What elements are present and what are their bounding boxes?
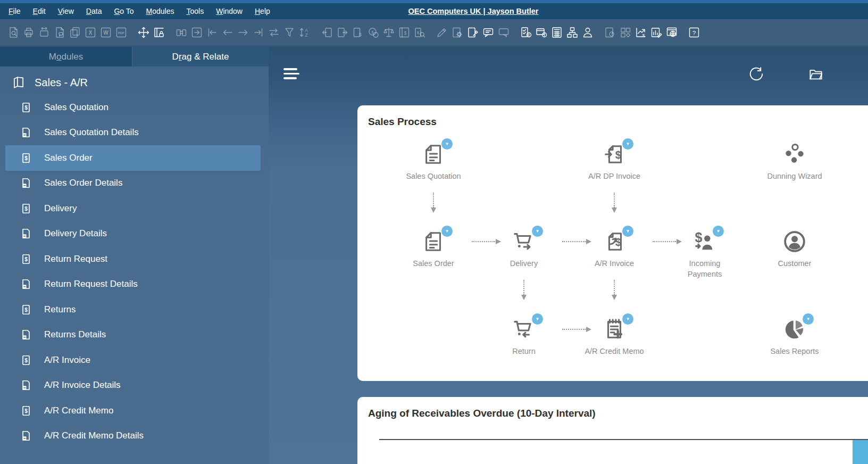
- export-excel-icon[interactable]: X: [82, 24, 98, 41]
- export-pdf-icon[interactable]: PDF: [113, 24, 129, 41]
- my-profile-icon[interactable]: [580, 24, 595, 41]
- alerts-icon[interactable]: [518, 24, 533, 41]
- help-icon[interactable]: ?: [686, 24, 702, 41]
- dollar-doc-icon: $: [20, 405, 32, 417]
- menu-file[interactable]: File: [9, 7, 21, 15]
- copy-icon[interactable]: [67, 24, 82, 41]
- messages-icon[interactable]: [480, 24, 496, 41]
- tab-modules[interactable]: Modules: [0, 47, 132, 67]
- sort-icon[interactable]: AZ: [297, 24, 312, 41]
- first-record-icon[interactable]: [204, 24, 220, 41]
- dashboard-icon[interactable]: [602, 24, 617, 41]
- sidebar-item-a-r-invoice[interactable]: $A/R Invoice: [5, 347, 261, 373]
- menu-data[interactable]: Data: [86, 7, 102, 15]
- node-dropdown-badge[interactable]: ▼: [532, 226, 543, 237]
- sidebar-item-return-request-details[interactable]: Return Request Details: [5, 272, 261, 297]
- export-word-icon[interactable]: W: [98, 24, 113, 41]
- svg-text:$: $: [615, 149, 621, 161]
- base-document-icon[interactable]: [319, 24, 335, 41]
- organization-chart-icon[interactable]: [564, 24, 580, 41]
- node-dropdown-badge[interactable]: ▼: [441, 226, 453, 237]
- node-dropdown-badge[interactable]: ▼: [532, 313, 543, 325]
- menu-tools[interactable]: Tools: [186, 7, 204, 15]
- menu-view[interactable]: View: [58, 7, 74, 15]
- last-record-icon[interactable]: [251, 24, 266, 41]
- flow-node-incoming-payments[interactable]: $▼Incoming Payments: [667, 229, 742, 279]
- document-settings-icon[interactable]: [465, 24, 480, 41]
- sidebar-item-a-r-credit-memo-details[interactable]: A/R Credit Memo Details: [5, 424, 261, 449]
- reply-icon[interactable]: [496, 24, 511, 41]
- volume-weight-icon[interactable]: $: [396, 24, 412, 41]
- flow-node-sales-order[interactable]: ▼Sales Order: [396, 229, 471, 269]
- sidebar-item-a-r-credit-memo[interactable]: $A/R Credit Memo: [5, 398, 261, 424]
- node-dropdown-badge[interactable]: ▼: [622, 226, 633, 237]
- flow-node-dunning-wizard[interactable]: Dunning Wizard: [757, 142, 832, 182]
- find-document-icon[interactable]: [5, 24, 21, 41]
- menu-help[interactable]: Help: [255, 7, 270, 15]
- print-icon[interactable]: [21, 24, 36, 41]
- details-doc-icon: [20, 329, 32, 341]
- sidebar-item-sales-quotation-details[interactable]: Sales Quotation Details: [5, 120, 261, 146]
- node-dropdown-badge[interactable]: ▼: [622, 138, 633, 150]
- approval-status-icon[interactable]: [533, 24, 549, 41]
- dollar-doc-icon: $: [20, 253, 32, 265]
- flow-node-sales-reports[interactable]: ▼Sales Reports: [757, 317, 832, 357]
- card-title: Aging of Receivables Overdue (10-Day Int…: [357, 397, 868, 419]
- lock-screen-icon[interactable]: [151, 24, 166, 41]
- exchange-rate-icon[interactable]: $: [633, 24, 648, 41]
- flow-node-a-r-invoice[interactable]: $▼A/R Invoice: [577, 229, 652, 269]
- target-document-icon[interactable]: [335, 24, 350, 41]
- tab-label-part: M: [49, 52, 56, 62]
- menu-edit[interactable]: Edit: [33, 7, 46, 15]
- document-printing-icon[interactable]: [52, 24, 67, 41]
- menu-icon[interactable]: [283, 68, 301, 82]
- payment-means-icon[interactable]: $: [350, 24, 365, 41]
- filter-icon[interactable]: [281, 24, 297, 41]
- gross-profit-icon[interactable]: [381, 24, 396, 41]
- sidebar-item-a-r-invoice-details[interactable]: A/R Invoice Details: [5, 373, 261, 399]
- open-folder-icon[interactable]: [808, 66, 825, 83]
- menu-go-to[interactable]: Go To: [114, 7, 133, 15]
- tab-drag-and-relate[interactable]: Drag & Relate: [132, 47, 269, 67]
- move-icon[interactable]: [136, 24, 151, 41]
- flow-node-sales-quotation[interactable]: ▼Sales Quotation: [396, 142, 471, 182]
- payment-wizard-icon[interactable]: $: [365, 24, 381, 41]
- flow-node-a-r-credit-memo[interactable]: ▼A/R Credit Memo: [577, 317, 652, 357]
- next-record-icon[interactable]: [235, 24, 251, 41]
- refresh-record-icon[interactable]: [266, 24, 281, 41]
- flow-node-customer[interactable]: Customer: [757, 229, 832, 269]
- print-preview-icon[interactable]: [36, 24, 52, 41]
- flow-node-label: A/R Credit Memo: [582, 346, 646, 357]
- widgets-icon[interactable]: [617, 24, 633, 41]
- node-dropdown-badge[interactable]: ▼: [622, 313, 633, 325]
- sidebar-item-return-request[interactable]: $Return Request: [5, 246, 261, 272]
- sidebar-item-returns[interactable]: $Returns: [5, 297, 261, 322]
- calculator-icon[interactable]: [549, 24, 564, 41]
- sidebar-item-sales-quotation[interactable]: $Sales Quotation: [5, 95, 261, 120]
- dollar-doc-icon: $: [20, 304, 32, 316]
- sidebar-item-delivery[interactable]: $Delivery: [5, 196, 261, 221]
- previous-record-icon[interactable]: [220, 24, 235, 41]
- flow-node-delivery[interactable]: ▼Delivery: [487, 229, 561, 269]
- sidebar-item-sales-order-details[interactable]: Sales Order Details: [5, 171, 261, 196]
- report-designer-icon[interactable]: [648, 24, 664, 41]
- node-dropdown-badge[interactable]: ▼: [441, 138, 453, 150]
- menu-window[interactable]: Window: [216, 7, 243, 15]
- form-settings-icon[interactable]: [449, 24, 465, 41]
- menu-modules[interactable]: Modules: [146, 7, 174, 15]
- node-dropdown-badge[interactable]: ▼: [713, 226, 724, 237]
- flow-node-return[interactable]: ▼Return: [487, 317, 561, 357]
- edit-icon[interactable]: [434, 24, 449, 41]
- sidebar-item-sales-order[interactable]: $Sales Order: [5, 145, 261, 171]
- find-icon[interactable]: [173, 24, 189, 41]
- sidebar-item-delivery-details[interactable]: Delivery Details: [5, 221, 261, 247]
- refresh-icon[interactable]: [748, 66, 765, 83]
- flow-node-a-r-dp-invoice[interactable]: $▼A/R DP Invoice: [577, 142, 652, 182]
- open-window-icon[interactable]: [189, 24, 204, 41]
- details-doc-icon: [20, 127, 32, 138]
- sidebar-item-returns-details[interactable]: Returns Details: [5, 322, 261, 348]
- web-client-icon[interactable]: [664, 24, 679, 41]
- company-user-title[interactable]: OEC Computers UK | Jayson Butler: [408, 3, 539, 19]
- node-dropdown-badge[interactable]: ▼: [803, 313, 814, 325]
- transaction-journal-icon[interactable]: $: [412, 24, 427, 41]
